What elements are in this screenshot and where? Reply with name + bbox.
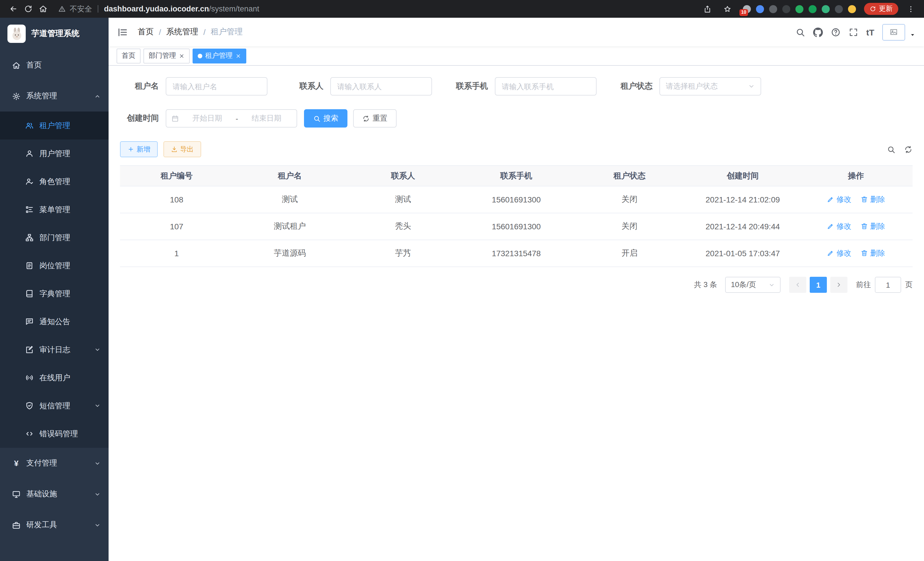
- github-icon[interactable]: [813, 27, 823, 37]
- cell-status: 关闭: [573, 186, 686, 213]
- column-header: 联系人: [346, 165, 460, 186]
- edit-button[interactable]: 修改: [827, 248, 851, 259]
- calendar-icon: [171, 115, 179, 122]
- toggle-search-button[interactable]: [887, 145, 896, 153]
- extension-icon[interactable]: [756, 5, 764, 13]
- app-logo[interactable]: 芋道管理系统: [0, 18, 109, 50]
- sidebar-item-label: 基础设施: [26, 489, 57, 499]
- extension-icon[interactable]: [795, 5, 803, 13]
- delete-button[interactable]: 删除: [861, 194, 885, 205]
- create-time-range-picker[interactable]: 开始日期 - 结束日期: [166, 109, 297, 128]
- export-button[interactable]: 导出: [164, 141, 201, 157]
- close-icon[interactable]: [236, 53, 241, 59]
- sidebar-item-tool[interactable]: 研发工具: [0, 510, 109, 540]
- search-button[interactable]: 搜索: [304, 109, 347, 128]
- tenant-name-input[interactable]: [166, 77, 267, 96]
- extension-icon[interactable]: [835, 5, 843, 13]
- update-button[interactable]: 更新: [864, 3, 898, 15]
- refresh-table-button[interactable]: [904, 145, 913, 153]
- update-label: 更新: [879, 4, 892, 14]
- sidebar-item-dict[interactable]: 字典管理: [0, 280, 109, 308]
- page-size-select[interactable]: 10条/页: [725, 277, 781, 293]
- sidebar-item-role[interactable]: 角色管理: [0, 168, 109, 196]
- share-icon[interactable]: [700, 2, 715, 16]
- contact-input[interactable]: [330, 77, 432, 96]
- sidebar-item-sms[interactable]: 短信管理: [0, 392, 109, 420]
- add-button[interactable]: 新增: [120, 141, 158, 157]
- app-shell: 芋道管理系统 首页系统管理租户管理用户管理角色管理菜单管理部门管理岗位管理字典管…: [0, 18, 924, 561]
- sidebar-item-infra[interactable]: 基础设施: [0, 479, 109, 510]
- close-icon[interactable]: [179, 53, 184, 59]
- plus-icon: [128, 146, 134, 153]
- sidebar-item-errcode[interactable]: 错误码管理: [0, 420, 109, 448]
- filter-row-1: 租户名 联系人 联系手机 租户状态: [120, 77, 913, 96]
- delete-button[interactable]: 删除: [861, 248, 885, 259]
- sidebar-item-online[interactable]: 在线用户: [0, 364, 109, 392]
- sidebar-item-dept[interactable]: 部门管理: [0, 224, 109, 252]
- goto-page-input[interactable]: [875, 277, 901, 293]
- sidebar-item-notice[interactable]: 通知公告: [0, 308, 109, 336]
- sidebar-item-pay[interactable]: ¥支付管理: [0, 448, 109, 479]
- home-icon: [12, 61, 21, 69]
- search-icon[interactable]: [795, 27, 805, 37]
- sidebar-item-audit[interactable]: 审计日志: [0, 336, 109, 364]
- filter-form: 租户名 联系人 联系手机 租户状态: [120, 77, 913, 128]
- browser-reload-button[interactable]: [21, 2, 35, 16]
- chevron-down-icon: [94, 460, 100, 466]
- sidebar-item-user[interactable]: 用户管理: [0, 140, 109, 168]
- prev-page-button[interactable]: [789, 277, 806, 293]
- extensions-tray: 10: [743, 5, 856, 13]
- sidebar-item-home[interactable]: 首页: [0, 50, 109, 81]
- breadcrumb-system[interactable]: 系统管理: [166, 27, 198, 37]
- question-icon[interactable]: [831, 27, 841, 37]
- page-number-current[interactable]: 1: [810, 277, 827, 293]
- browser-home-button[interactable]: [35, 2, 50, 16]
- sidebar-item-system[interactable]: 系统管理: [0, 81, 109, 111]
- sidebar-item-post[interactable]: 岗位管理: [0, 252, 109, 280]
- active-tab-dot: [198, 53, 202, 58]
- browser-back-button[interactable]: [6, 2, 21, 16]
- cell-contact: 芋艿: [346, 240, 460, 267]
- tenant-status-select[interactable]: 请选择租户状态: [659, 77, 761, 96]
- extension-icon[interactable]: [782, 5, 790, 13]
- user-avatar[interactable]: [882, 24, 905, 40]
- address-bar[interactable]: 不安全 dashboard.yudao.iocoder.cn/system/te…: [58, 4, 259, 14]
- tab-dept[interactable]: 部门管理: [143, 48, 190, 63]
- extension-icon[interactable]: [808, 5, 817, 13]
- tab-home[interactable]: 首页: [117, 48, 141, 63]
- edit-button[interactable]: 修改: [827, 194, 851, 205]
- sidebar-item-label: 用户管理: [39, 148, 70, 159]
- browser-menu-icon[interactable]: [903, 2, 918, 16]
- next-page-button[interactable]: [830, 277, 848, 293]
- bookmark-star-icon[interactable]: [720, 2, 735, 16]
- browser-chrome: 不安全 dashboard.yudao.iocoder.cn/system/te…: [0, 0, 924, 18]
- extension-icon[interactable]: 10: [743, 5, 751, 13]
- breadcrumb-home[interactable]: 首页: [138, 27, 154, 37]
- caret-down-icon[interactable]: [910, 32, 915, 38]
- fullscreen-icon[interactable]: [849, 27, 858, 37]
- errcode-icon: [25, 429, 34, 438]
- sidebar-toggle-button[interactable]: [117, 27, 128, 38]
- reset-button[interactable]: 重置: [353, 109, 397, 128]
- app-title: 芋道管理系统: [32, 29, 80, 39]
- sidebar-item-label: 部门管理: [39, 232, 70, 243]
- trash-icon: [861, 196, 868, 203]
- sidebar-item-menu[interactable]: 菜单管理: [0, 196, 109, 224]
- tab-tenant[interactable]: 租户管理: [193, 48, 246, 63]
- cell-mobile: 15601691300: [460, 186, 573, 213]
- chevron-down-icon: [94, 347, 100, 353]
- page-size-value: 10条/页: [731, 280, 756, 290]
- delete-button[interactable]: 删除: [861, 221, 885, 232]
- font-size-icon[interactable]: tT: [866, 27, 874, 37]
- filter-create-time: 创建时间 开始日期 - 结束日期: [120, 109, 297, 128]
- extension-icon[interactable]: [848, 5, 856, 13]
- edit-button[interactable]: 修改: [827, 221, 851, 232]
- table-header: 租户编号租户名联系人联系手机租户状态创建时间操作: [120, 165, 913, 186]
- mobile-input[interactable]: [495, 77, 597, 96]
- extension-icon[interactable]: [769, 5, 777, 13]
- extension-icon[interactable]: [822, 5, 830, 13]
- filter-mobile: 联系手机: [449, 77, 597, 96]
- goto-page: 前往 页: [856, 277, 913, 293]
- sidebar-item-tenant[interactable]: 租户管理: [0, 111, 109, 140]
- mobile-label: 联系手机: [449, 81, 488, 92]
